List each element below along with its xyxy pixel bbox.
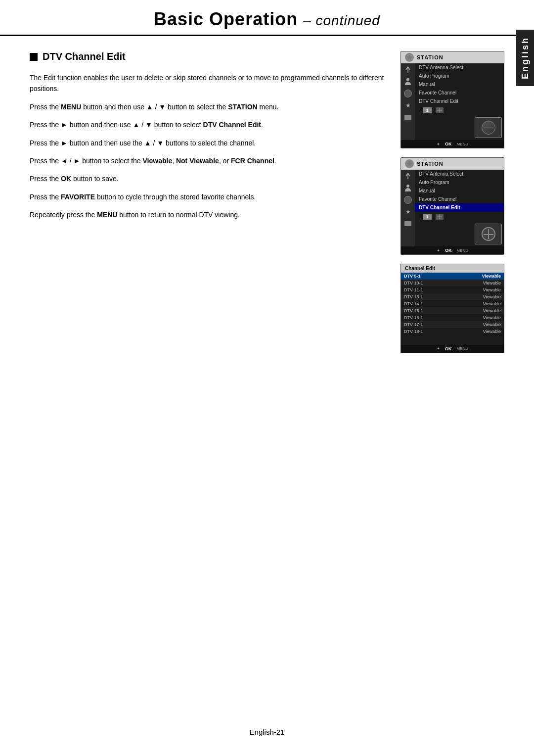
status-cell-1: Viewable <box>452 280 504 286</box>
channel-cell-selected: DTV 5-1 <box>401 273 452 280</box>
channel-edit-row-6: DTV 16-1 Viewable <box>401 314 504 321</box>
menu-item-dtv-antenna-1: DTV Antenna Select <box>415 63 504 72</box>
ui-menu-col-2: DTV Antenna Select Auto Program Manual F… <box>415 170 504 246</box>
status-cell-6: Viewable <box>452 314 504 321</box>
channel-edit-row-4: DTV 14-1 Viewable <box>401 300 504 307</box>
main-content: DTV Channel Edit The Edit function enabl… <box>0 51 534 353</box>
icon-circle-2 <box>402 194 413 205</box>
icon-film-2 <box>402 218 413 229</box>
page-title: Basic Operation – continued <box>30 9 504 30</box>
channel-cell-7: DTV 17-1 <box>401 321 452 328</box>
paragraph-6: Press the OK button to save. <box>30 173 386 184</box>
status-cell-8: Viewable <box>452 328 504 335</box>
paragraph-4: Press the ► button and then use the ▲ / … <box>30 138 386 148</box>
ui-number-row-2: 1 <box>415 212 504 222</box>
status-cell-7: Viewable <box>452 321 504 328</box>
ui-icons-col-1: ★ <box>401 63 415 140</box>
ui-body-1: ★ DTV Antenna Select Auto Program Manual… <box>401 63 504 140</box>
channel-footer-ok: OK <box>445 346 452 351</box>
channel-edit-row-7: DTV 17-1 Viewable <box>401 321 504 328</box>
channel-edit-title: Channel Edit <box>401 264 504 273</box>
menu-item-manual-2: Manual <box>415 187 504 195</box>
channel-footer-star: ✦ <box>437 346 440 351</box>
channel-edit-row-1: DTV 10-1 Viewable <box>401 280 504 286</box>
section-title: DTV Channel Edit <box>30 51 386 62</box>
paragraph-8: Repeatedly press the MENU button to retu… <box>30 209 386 220</box>
station-header-1: STATION <box>401 51 504 63</box>
station-icon-2 <box>405 159 414 168</box>
ui-preview-2 <box>415 222 504 246</box>
subtitle-text: – continued <box>303 13 380 28</box>
tv-globe-x-2 <box>482 227 495 241</box>
right-column: STATION <box>400 51 504 353</box>
page-header: Basic Operation – continued <box>0 0 534 36</box>
ui-screenshot-2: STATION <box>400 157 504 255</box>
menu-item-auto-program-1: Auto Program <box>415 72 504 80</box>
icon-star-2: ★ <box>402 206 413 217</box>
paragraph-7: Press the FAVORITE button to cycle throu… <box>30 191 386 202</box>
section-title-text: DTV Channel Edit <box>43 51 126 62</box>
number-badge-2: 1 <box>423 214 432 220</box>
menu-item-dtv-channel-edit-1: DTV Channel Edit <box>415 97 504 105</box>
channel-cell-1: DTV 10-1 <box>401 280 452 286</box>
channel-cell-2: DTV 11-1 <box>401 286 452 293</box>
channel-edit-row-2: DTV 11-1 Viewable <box>401 286 504 293</box>
icon-film-1 <box>402 112 413 123</box>
station-label-1: STATION <box>417 54 444 60</box>
tv-globe-1 <box>482 121 495 135</box>
channel-cell-6: DTV 16-1 <box>401 314 452 321</box>
channel-cell-8: DTV 18-1 <box>401 328 452 335</box>
station-header-2: STATION <box>401 158 504 170</box>
page-footer: English-21 <box>0 728 534 736</box>
icon-antenna-2 <box>402 171 413 182</box>
page-number: English-21 <box>250 728 285 736</box>
channel-cell-5: DTV 15-1 <box>401 307 452 314</box>
icon-star-1: ★ <box>402 100 413 111</box>
station-label-2: STATION <box>417 161 444 167</box>
footer-star-icon-1: ✦ <box>437 142 440 146</box>
channel-footer-menu: MENU <box>456 346 468 351</box>
section-icon <box>30 53 38 61</box>
footer-menu-1: MENU <box>456 142 468 146</box>
menu-item-favorite-2: Favorite Channel <box>415 195 504 203</box>
paragraph-1: The Edit function enables the user to de… <box>30 72 386 94</box>
icon-person-2 <box>402 183 413 193</box>
channel-edit-row-3: DTV 13-1 Viewable <box>401 293 504 300</box>
menu-item-auto-program-2: Auto Program <box>415 178 504 187</box>
station-icon-1 <box>405 53 414 62</box>
footer-menu-2: MENU <box>456 248 468 253</box>
ui-preview-1 <box>415 115 504 140</box>
channel-edit-ui: Channel Edit DTV 5-1 Viewable DTV 10-1 V… <box>400 264 504 353</box>
paragraph-3: Press the ► button and then use ▲ / ▼ bu… <box>30 119 386 130</box>
ui-number-row-1: 1 <box>415 105 504 115</box>
footer-star-icon-2: ✦ <box>437 248 440 253</box>
status-cell-5: Viewable <box>452 307 504 314</box>
ui-menu-col-1: DTV Antenna Select Auto Program Manual F… <box>415 63 504 140</box>
footer-ok-2: OK <box>445 248 452 253</box>
menu-item-dtv-channel-edit-2: DTV Channel Edit <box>415 203 504 212</box>
icon-antenna <box>402 64 413 75</box>
status-cell-selected: Viewable <box>452 273 504 280</box>
icon-person-1 <box>402 76 413 87</box>
channel-edit-table: DTV 5-1 Viewable DTV 10-1 Viewable DTV 1… <box>401 273 504 335</box>
icon-circle-1 <box>402 88 413 99</box>
footer-ok-1: OK <box>445 142 452 146</box>
channel-cell-4: DTV 14-1 <box>401 300 452 307</box>
menu-item-favorite-1: Favorite Channel <box>415 89 504 97</box>
channel-edit-row-selected: DTV 5-1 Viewable <box>401 273 504 280</box>
status-cell-2: Viewable <box>452 286 504 293</box>
tv-preview-1 <box>475 117 502 138</box>
ui-body-2: ★ DTV Antenna Select Auto Program Manual… <box>401 170 504 246</box>
menu-item-manual-1: Manual <box>415 80 504 89</box>
ui-footer-2: ✦ OK MENU <box>401 246 504 254</box>
menu-item-dtv-antenna-2: DTV Antenna Select <box>415 170 504 178</box>
ui-screenshot-1: STATION <box>400 51 504 148</box>
number-badge-1: 1 <box>423 107 432 113</box>
channel-edit-row-8: DTV 18-1 Viewable <box>401 328 504 335</box>
paragraph-5: Press the ◄ / ► button to select the Vie… <box>30 155 386 166</box>
left-column: DTV Channel Edit The Edit function enabl… <box>30 51 386 353</box>
channel-edit-footer: ✦ OK MENU <box>401 345 504 353</box>
ui-footer-1: ✦ OK MENU <box>401 140 504 148</box>
ui-icons-col-2: ★ <box>401 170 415 246</box>
channel-cell-3: DTV 13-1 <box>401 293 452 300</box>
